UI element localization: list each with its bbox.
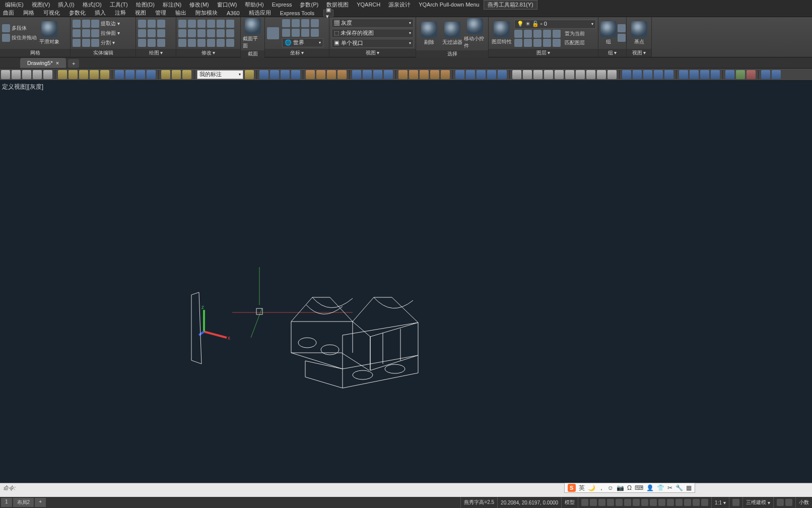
tool-icon[interactable] [398,70,408,79]
modify-tool-icon[interactable] [207,20,215,28]
tool-icon[interactable] [373,70,382,79]
ucs-tool-icon[interactable] [311,29,319,37]
tool-icon[interactable] [58,70,67,79]
panel-label-view[interactable]: 视图 ▾ [329,49,416,57]
layer-props-button[interactable]: 图层特性 [491,21,513,45]
draw-tool-icon[interactable] [157,29,165,37]
tool-icon[interactable] [700,70,709,79]
polar-icon[interactable] [607,499,614,506]
modify-tool-icon[interactable] [188,29,196,37]
status-icon[interactable] [785,499,792,506]
tool-icon[interactable] [441,70,450,79]
tool-icon[interactable] [544,70,553,79]
tool-icon[interactable] [498,70,507,79]
solid-tool-icon[interactable] [73,20,81,28]
rtab-a360[interactable]: A360 [225,10,242,16]
tool-icon[interactable] [664,70,673,79]
tool-icon[interactable] [352,70,361,79]
draw-tool-icon[interactable] [148,29,156,37]
draw-tool-icon[interactable] [148,39,156,47]
ucs-tool-icon[interactable] [282,29,290,37]
ime-smile-icon[interactable]: ☺ [607,484,614,491]
ucs-tool-icon[interactable] [292,29,300,37]
group-tool-icon[interactable] [618,34,626,42]
modify-tool-icon[interactable] [188,20,196,28]
tool-icon[interactable] [772,70,781,79]
tool-icon[interactable] [455,70,464,79]
ime-person-icon[interactable]: 👤 [646,484,654,491]
tool-icon[interactable] [259,70,268,79]
tool-icon[interactable] [586,70,595,79]
draw-tool-icon[interactable] [138,20,146,28]
tool-icon[interactable] [384,70,393,79]
ime-grid-icon[interactable]: ▦ [686,484,692,491]
menu-view[interactable]: 视图(V) [28,0,54,10]
tool-icon[interactable] [43,70,52,79]
modify-tool-icon[interactable] [226,39,234,47]
rtab-manage[interactable]: 管理 [153,9,168,17]
menu-param[interactable]: 参数(P) [296,0,322,10]
move-gizmo-button[interactable]: 移动小控件 [464,18,486,49]
menu-yanxiu[interactable]: 燕秀工具箱2.81(Y) [484,0,537,10]
grid-icon[interactable] [581,499,588,506]
osnap-icon[interactable] [616,499,623,506]
presspull-button[interactable]: 按住并拖动 [2,34,37,42]
tool-icon[interactable] [337,70,347,79]
tool-icon[interactable] [147,70,156,79]
3dosnap-icon[interactable] [667,499,674,506]
modify-tool-icon[interactable] [197,20,206,28]
modify-tool-icon[interactable] [207,29,215,37]
tool-icon[interactable] [736,70,745,79]
solid-tool-icon[interactable] [73,39,81,47]
set-current-layer-button[interactable]: 置为当前 [514,30,596,38]
panel-label-layers[interactable]: 图层 ▾ [489,49,598,57]
modify-tool-icon[interactable] [197,39,206,47]
tool-icon[interactable] [12,70,21,79]
status-units[interactable]: 小数 [795,497,812,508]
layer-combo[interactable]: 💡 ☀ 🔓 ▫ 0▾ [514,20,596,29]
solid-tool-icon[interactable] [82,29,90,37]
ucs-tool-icon[interactable] [311,19,319,27]
rtab-insert[interactable]: 插入 [93,9,108,17]
tool-icon[interactable] [761,70,770,79]
panel-label-modify[interactable]: 修改 ▾ [176,49,240,57]
status-toggles[interactable] [578,497,711,508]
tool-icon[interactable] [466,70,475,79]
panel-label-group[interactable]: 组 ▾ [598,49,626,57]
tool-icon[interactable] [654,70,663,79]
modify-tool-icon[interactable] [226,20,234,28]
modify-tool-icon[interactable] [217,39,225,47]
basepoint-button[interactable]: 基点 [629,21,649,45]
menu-yqarch-pd[interactable]: YQArch Pull-down Menu [415,1,483,9]
group-button[interactable]: 组 [600,21,617,45]
ime-comma-icon[interactable]: ， [598,484,604,492]
tool-icon[interactable] [690,70,699,79]
tool-icon[interactable] [1,70,10,79]
tool-icon[interactable] [711,70,720,79]
tool-icon[interactable] [79,70,88,79]
tool-icon[interactable] [245,70,254,79]
draw-tool-icon[interactable] [157,39,165,47]
tool-icon[interactable] [363,70,372,79]
modify-tool-icon[interactable] [178,29,186,37]
menu-dim[interactable]: 标注(N) [159,0,185,10]
extract-edges-button[interactable]: 提取边 ▾ [91,20,120,28]
transparency-icon[interactable] [650,499,657,506]
tool-icon[interactable] [33,70,42,79]
tool-icon[interactable] [125,70,134,79]
tool-icon[interactable] [555,70,564,79]
rtab-surface[interactable]: 曲面 [1,9,16,17]
ime-shirt-icon[interactable]: 👕 [657,484,664,491]
menu-edit[interactable]: 编辑(E) [1,0,28,10]
tool-icon[interactable] [281,70,290,79]
panel-label-view2[interactable]: 视图 ▾ [627,49,651,57]
ucs-combo[interactable]: 🌐 世界▾ [282,38,323,47]
modify-tool-icon[interactable] [178,39,186,47]
draw-tool-icon[interactable] [138,39,146,47]
draw-tool-icon[interactable] [148,20,156,28]
status-scale[interactable]: 1:1 ▾ [711,497,729,508]
selection-icon[interactable] [684,499,691,506]
tool-icon[interactable] [420,70,429,79]
status-workspace[interactable]: 三维建模 ▾ [742,497,773,508]
ime-wrench-icon[interactable]: 🔧 [675,484,683,491]
